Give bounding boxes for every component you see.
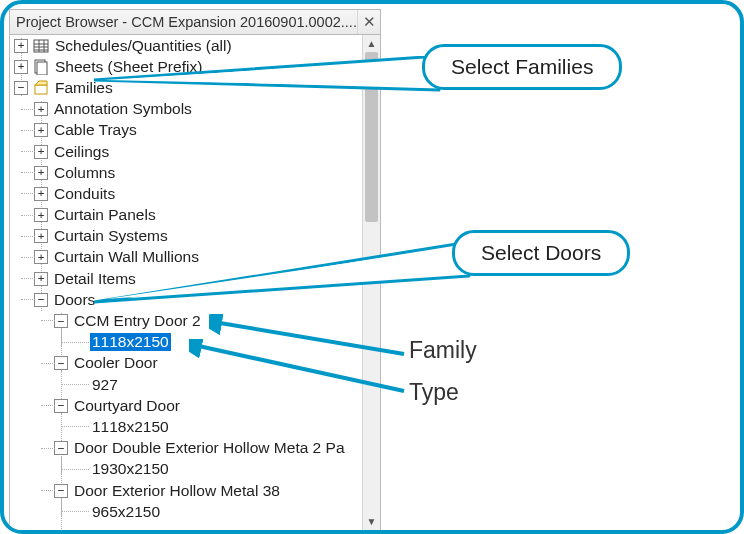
- scroll-down-button[interactable]: ▼: [363, 513, 380, 530]
- callout-select-doors: Select Doors: [452, 230, 630, 276]
- tree-label: Schedules/Quantities (all): [53, 37, 234, 55]
- tree-label: Families: [53, 79, 115, 97]
- collapse-toggle[interactable]: −: [14, 81, 28, 95]
- tree-item-conduits[interactable]: + Conduits: [10, 183, 363, 204]
- project-browser-panel: Project Browser - CCM Expansion 20160901…: [9, 9, 381, 531]
- tree-item-exterior-hollow-type[interactable]: 965x2150: [10, 501, 363, 522]
- expand-toggle[interactable]: +: [34, 166, 48, 180]
- tree-label: Door Exterior Hollow Metal 38: [72, 482, 282, 500]
- tree-label: 927: [90, 376, 120, 394]
- tree-label: Curtain Panels: [52, 206, 158, 224]
- expand-toggle[interactable]: +: [34, 272, 48, 286]
- tree-label: Columns: [52, 164, 117, 182]
- vertical-scrollbar[interactable]: ▲ ▼: [362, 35, 380, 530]
- svg-rect-7: [37, 62, 47, 75]
- panel-title: Project Browser - CCM Expansion 20160901…: [10, 14, 357, 30]
- tree-item-courtyard-door[interactable]: − Courtyard Door: [10, 395, 363, 416]
- tree-item-cooler-door[interactable]: − Cooler Door: [10, 353, 363, 374]
- tree-label: Ceilings: [52, 143, 111, 161]
- callout-text: Select Families: [451, 55, 593, 78]
- tree-label: Curtain Wall Mullions: [52, 248, 201, 266]
- tree-label: Curtain Systems: [52, 227, 170, 245]
- tree-label: Conduits: [52, 185, 117, 203]
- schedule-icon: [32, 38, 49, 54]
- expand-toggle[interactable]: +: [14, 39, 28, 53]
- expand-toggle[interactable]: +: [34, 250, 48, 264]
- sheet-icon: [32, 59, 49, 75]
- expand-toggle[interactable]: +: [34, 208, 48, 222]
- svg-rect-8: [35, 85, 47, 94]
- scroll-thumb[interactable]: [365, 52, 378, 222]
- tree-item-sheets[interactable]: + Sheets (Sheet Prefix): [10, 56, 363, 77]
- tree-item-double-exterior-type[interactable]: 1930x2150: [10, 459, 363, 480]
- tree-item-ccm-entry-type[interactable]: 1118x2150: [10, 332, 363, 353]
- tree-view: + Schedules/Quantities (all) + Sheets (S…: [10, 35, 363, 530]
- tree-item-curtain-mullions[interactable]: + Curtain Wall Mullions: [10, 247, 363, 268]
- tree-label: 1118x2150: [90, 418, 171, 436]
- tree-label: Sheets (Sheet Prefix): [53, 58, 204, 76]
- annotation-type: Type: [409, 379, 459, 406]
- tree-label: Cooler Door: [72, 354, 160, 372]
- collapse-toggle[interactable]: −: [54, 484, 68, 498]
- collapse-toggle[interactable]: −: [54, 356, 68, 370]
- tree-item-ccm-entry-door[interactable]: − CCM Entry Door 2: [10, 310, 363, 331]
- tree-item-annotation[interactable]: + Annotation Symbols: [10, 99, 363, 120]
- family-icon: [32, 80, 49, 96]
- tree-label: Detail Items: [52, 270, 138, 288]
- expand-toggle[interactable]: +: [34, 123, 48, 137]
- tree-item-cooler-type[interactable]: 927: [10, 374, 363, 395]
- tree-label: 965x2150: [90, 503, 162, 521]
- expand-toggle[interactable]: +: [34, 187, 48, 201]
- tree-item-courtyard-type[interactable]: 1118x2150: [10, 416, 363, 437]
- collapse-toggle[interactable]: −: [54, 399, 68, 413]
- tree-item-exterior-hollow-door[interactable]: − Door Exterior Hollow Metal 38: [10, 480, 363, 501]
- tree-item-columns[interactable]: + Columns: [10, 162, 363, 183]
- tree-item-families[interactable]: − Families: [10, 77, 363, 98]
- annotation-family: Family: [409, 337, 477, 364]
- tree-label: Courtyard Door: [72, 397, 182, 415]
- panel-close-button[interactable]: ✕: [357, 10, 380, 34]
- expand-toggle[interactable]: +: [34, 229, 48, 243]
- tree-item-curtain-panels[interactable]: + Curtain Panels: [10, 205, 363, 226]
- tree-label: Door Double Exterior Hollow Meta 2 Pa: [72, 439, 347, 457]
- callout-text: Select Doors: [481, 241, 601, 264]
- tree-item-double-exterior-door[interactable]: − Door Double Exterior Hollow Meta 2 Pa: [10, 438, 363, 459]
- tree-item-schedules[interactable]: + Schedules/Quantities (all): [10, 35, 363, 56]
- tree-item-detail-items[interactable]: + Detail Items: [10, 268, 363, 289]
- tree-label: Doors: [52, 291, 97, 309]
- tree-item-curtain-systems[interactable]: + Curtain Systems: [10, 226, 363, 247]
- expand-toggle[interactable]: +: [34, 102, 48, 116]
- tree-label: 1930x2150: [90, 460, 171, 478]
- tree-label: Annotation Symbols: [52, 100, 194, 118]
- callout-select-families: Select Families: [422, 44, 622, 90]
- svg-marker-9: [35, 81, 47, 85]
- collapse-toggle[interactable]: −: [34, 293, 48, 307]
- tree-label-selected: 1118x2150: [90, 333, 171, 351]
- collapse-toggle[interactable]: −: [54, 441, 68, 455]
- panel-title-bar: Project Browser - CCM Expansion 20160901…: [10, 10, 380, 35]
- tree-item-cabletrays[interactable]: + Cable Trays: [10, 120, 363, 141]
- tree-item-ceilings[interactable]: + Ceilings: [10, 141, 363, 162]
- tree-item-doors[interactable]: − Doors: [10, 289, 363, 310]
- expand-toggle[interactable]: +: [34, 145, 48, 159]
- expand-toggle[interactable]: +: [14, 60, 28, 74]
- collapse-toggle[interactable]: −: [54, 314, 68, 328]
- tree-label: CCM Entry Door 2: [72, 312, 203, 330]
- scroll-up-button[interactable]: ▲: [363, 35, 380, 52]
- tree-label: Cable Trays: [52, 121, 139, 139]
